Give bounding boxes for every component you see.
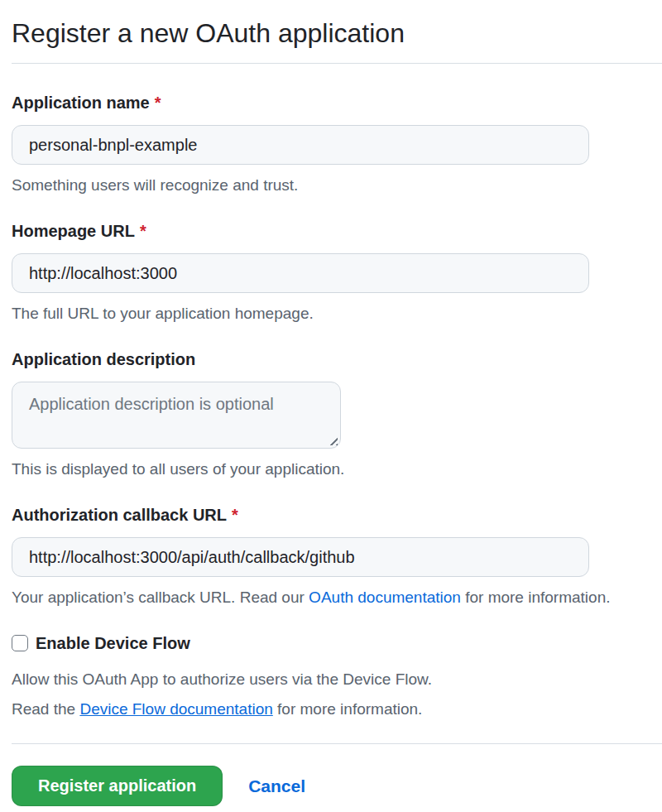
field-application-description: Application description This is displaye… — [12, 348, 650, 480]
device-flow-read-after: for more information. — [273, 700, 423, 718]
application-description-wrap — [12, 382, 341, 449]
application-description-label-text: Application description — [12, 350, 195, 368]
required-asterisk: * — [232, 506, 238, 524]
homepage-url-label-text: Homepage URL — [12, 222, 135, 240]
authorization-callback-url-label-text: Authorization callback URL — [12, 506, 227, 524]
enable-device-flow-checkbox[interactable] — [12, 635, 28, 651]
application-description-hint: This is displayed to all users of your a… — [12, 459, 650, 480]
application-name-label: Application name* — [12, 92, 650, 113]
required-asterisk: * — [140, 222, 146, 240]
application-name-hint: Something users will recognize and trust… — [12, 175, 650, 196]
authorization-callback-url-hint: Your application’s callback URL. Read ou… — [12, 587, 650, 608]
homepage-url-label: Homepage URL* — [12, 220, 650, 242]
actions-divider — [12, 743, 662, 744]
field-application-name: Application name* Something users will r… — [12, 92, 650, 196]
oauth-registration-page: Register a new OAuth application Applica… — [0, 0, 662, 812]
callback-hint-text-after: for more information. — [461, 589, 611, 606]
application-description-label: Application description — [12, 348, 650, 370]
register-application-button[interactable]: Register application — [12, 766, 223, 806]
homepage-url-input[interactable] — [12, 253, 589, 293]
authorization-callback-url-input[interactable] — [12, 537, 589, 577]
field-authorization-callback-url: Authorization callback URL* Your applica… — [12, 504, 650, 608]
enable-device-flow-row: Enable Device Flow — [12, 632, 650, 654]
oauth-app-form: Application name* Something users will r… — [12, 92, 650, 806]
homepage-url-hint: The full URL to your application homepag… — [12, 303, 650, 324]
device-flow-description: Allow this OAuth App to authorize users … — [12, 669, 650, 690]
application-name-input[interactable] — [12, 125, 589, 165]
cancel-link[interactable]: Cancel — [248, 776, 305, 796]
callback-hint-text-before: Your application’s callback URL. Read ou… — [12, 589, 309, 606]
device-flow-read-more: Read the Device Flow documentation for m… — [12, 699, 650, 720]
device-flow-read-before: Read the — [12, 700, 79, 718]
required-asterisk: * — [155, 94, 161, 112]
device-flow-documentation-link[interactable]: Device Flow documentation — [79, 700, 272, 718]
page-title: Register a new OAuth application — [12, 17, 650, 50]
application-description-textarea[interactable] — [12, 382, 341, 449]
enable-device-flow-label[interactable]: Enable Device Flow — [36, 632, 190, 654]
field-homepage-url: Homepage URL* The full URL to your appli… — [12, 220, 650, 324]
page-header: Register a new OAuth application — [12, 0, 662, 64]
oauth-documentation-link[interactable]: OAuth documentation — [309, 589, 461, 606]
form-actions: Register application Cancel — [12, 766, 650, 806]
authorization-callback-url-label: Authorization callback URL* — [12, 504, 650, 526]
application-name-label-text: Application name — [12, 94, 150, 112]
